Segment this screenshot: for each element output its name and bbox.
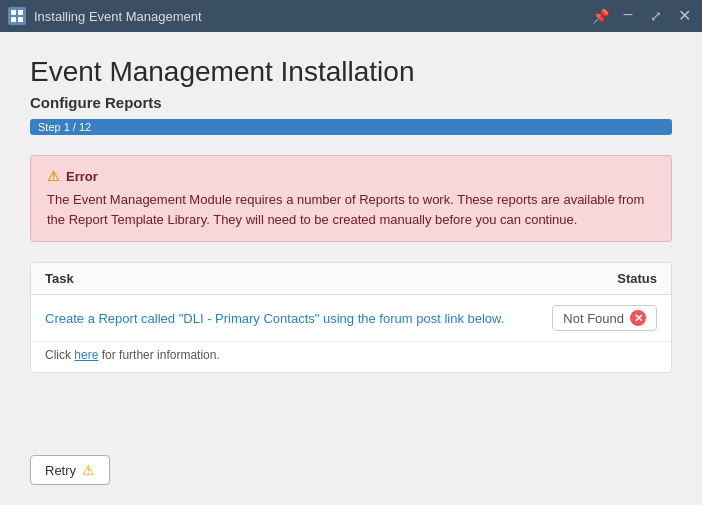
retry-label: Retry [45, 463, 76, 478]
col-status-header: Status [617, 271, 657, 286]
status-text: Not Found [563, 311, 624, 326]
click-here-prefix: Click [45, 348, 74, 362]
page-title: Event Management Installation [30, 56, 672, 88]
task-link[interactable]: Create a Report called "DLI - Primary Co… [45, 311, 504, 326]
svg-rect-2 [11, 17, 16, 22]
error-box: ⚠ Error The Event Management Module requ… [30, 155, 672, 242]
window-title: Installing Event Management [34, 9, 582, 24]
pin-button[interactable]: 📌 [590, 9, 610, 23]
page-subtitle: Configure Reports [30, 94, 672, 111]
footer: Retry ⚠ [30, 447, 672, 485]
warning-icon: ⚠ [47, 168, 60, 184]
retry-button[interactable]: Retry ⚠ [30, 455, 110, 485]
maximize-button[interactable]: ⤢ [646, 9, 666, 23]
svg-rect-0 [11, 10, 16, 15]
title-bar: Installing Event Management 📌 – ⤢ ✕ [0, 0, 702, 32]
click-here-link[interactable]: here [74, 348, 98, 362]
error-title: ⚠ Error [47, 168, 655, 184]
click-here-line: Click here for further information. [31, 342, 671, 372]
close-button[interactable]: ✕ [674, 8, 694, 24]
window-controls: 📌 – ⤢ ✕ [590, 6, 694, 26]
app-icon [8, 7, 26, 25]
table-header: Task Status [31, 263, 671, 295]
svg-rect-1 [18, 10, 23, 15]
svg-rect-3 [18, 17, 23, 22]
col-task-header: Task [45, 271, 74, 286]
task-table: Task Status Create a Report called "DLI … [30, 262, 672, 373]
table-row: Create a Report called "DLI - Primary Co… [31, 295, 671, 342]
status-x-icon: ✕ [630, 310, 646, 326]
main-content: Event Management Installation Configure … [0, 32, 702, 505]
minimize-button[interactable]: – [618, 6, 638, 22]
step-badge: Step 1 / 12 [30, 119, 672, 135]
error-body: The Event Management Module requires a n… [47, 190, 655, 229]
status-badge: Not Found ✕ [552, 305, 657, 331]
click-here-suffix: for further information. [98, 348, 219, 362]
retry-warning-icon: ⚠ [82, 462, 95, 478]
